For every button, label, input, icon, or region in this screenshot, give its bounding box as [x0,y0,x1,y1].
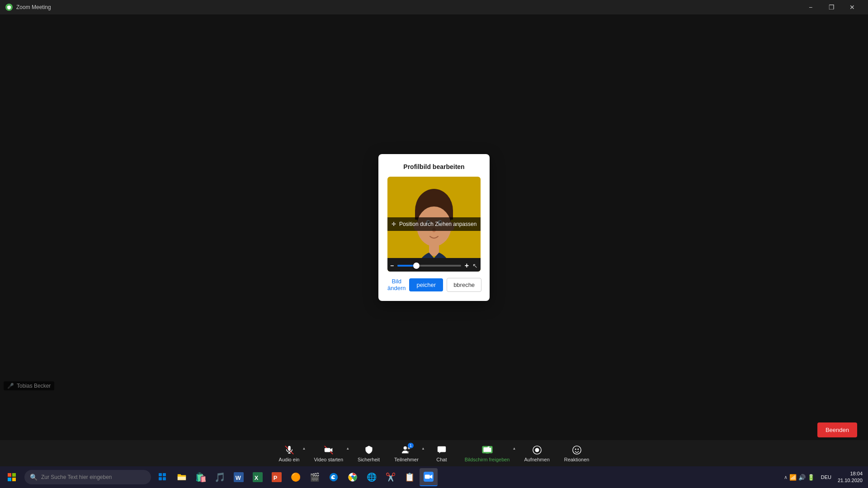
minimize-button[interactable]: − [800,0,821,14]
task-view-button[interactable] [154,468,172,486]
chrome-app[interactable] [344,468,362,486]
change-image-button[interactable]: Bild ändern [387,278,406,291]
close-button[interactable]: ✕ [842,0,863,14]
search-icon: 🔍 [30,474,38,481]
svg-text:W: W [236,474,241,481]
shield-icon [5,4,13,11]
chat-button[interactable]: Chat [426,443,458,464]
record-label: Aufnehmen [524,457,549,462]
svg-point-24 [535,448,539,452]
svg-rect-10 [429,244,439,256]
modal-footer: Bild ändern peicher bbreche [387,278,481,292]
participants-icon: 1 [401,445,412,455]
participants-label: Teilnehmer [394,457,419,462]
tray-expand[interactable]: ∧ [784,474,788,480]
language-indicator: DEU [821,474,831,480]
slider-cursor: ↖ [472,262,478,269]
sticky-app[interactable]: 📋 [401,468,419,486]
end-meeting-button[interactable]: Beenden [817,422,857,437]
security-button[interactable]: Sicherheit [350,443,387,464]
security-icon [363,445,374,455]
video-button[interactable]: Video starten ▲ [307,443,350,464]
svg-point-26 [575,448,576,450]
participants-arrow: ▲ [421,446,425,450]
reactions-button[interactable]: Reaktionen [557,443,597,464]
svg-point-42 [330,473,338,481]
svg-point-27 [577,448,579,450]
slider-plus: + [465,262,469,270]
profile-edit-modal: Profilbild bearbeiten [378,154,490,301]
svg-rect-46 [425,474,430,479]
word-app[interactable]: W [230,468,248,486]
screenshare-button[interactable]: Bildschirm freigeben ▲ [458,443,517,464]
file-explorer-app[interactable] [173,468,191,486]
unknown-app[interactable]: 🟠 [287,468,305,486]
record-icon [532,445,542,455]
svg-point-9 [448,222,454,231]
restore-button[interactable]: ❐ [821,0,842,14]
svg-point-7 [432,228,436,232]
svg-point-6 [439,221,442,225]
windows-taskbar: 🔍 Zur Suche Text hier eingeben 🛍️ 🎵 W [0,466,868,488]
save-button[interactable]: peicher [409,278,443,291]
system-tray: ∧ 📶 🔊 🔋 DEU 18:04 21.10.2020 [784,470,866,484]
screenshare-arrow: ▲ [513,446,516,450]
clock-time: 18:04 [838,470,863,477]
excel-app[interactable]: X [249,468,267,486]
tray-icons: ∧ 📶 🔊 🔋 [784,474,815,481]
svg-point-5 [427,221,430,225]
reactions-label: Reaktionen [564,457,590,462]
battery-icon: 🔋 [807,474,815,481]
modal-overlay: Profilbild bearbeiten [0,14,868,440]
window-title: Zoom Meeting [16,4,51,10]
video-label: Video starten [314,457,343,462]
modal-title: Profilbild bearbeiten [387,163,481,170]
svg-rect-35 [163,477,166,480]
slider-thumb[interactable] [413,263,420,269]
clock-date: 21.10.2020 [838,477,863,484]
participants-button[interactable]: 1 Teilnehmer ▲ [387,443,426,464]
taskbar-search[interactable]: 🔍 Zur Suche Text hier eingeben [24,470,151,484]
slider-track[interactable] [397,265,461,267]
screenshare-label: Bildschirm freigeben [465,457,510,462]
search-placeholder: Zur Suche Text hier eingeben [41,474,112,480]
svg-rect-31 [12,478,16,481]
volume-icon[interactable]: 🔊 [798,474,806,481]
system-clock[interactable]: 18:04 21.10.2020 [838,470,863,484]
svg-rect-19 [438,446,446,452]
svg-point-8 [414,222,420,231]
media-app[interactable]: 🎬 [306,468,324,486]
svg-rect-34 [159,477,162,480]
audio-icon [284,445,295,455]
spotify-app[interactable]: 🎵 [211,468,229,486]
title-bar-left: Zoom Meeting [5,4,51,11]
svg-text:P: P [274,474,278,481]
move-icon: ✛ [392,221,396,227]
profile-image-area[interactable]: ✛ Position durch Ziehen anpassen − + ↖ [387,177,481,272]
edge2-app[interactable]: 🌐 [363,468,381,486]
powerpoint-app[interactable]: P [268,468,286,486]
svg-point-25 [572,446,580,454]
svg-text:X: X [255,474,259,481]
cancel-button[interactable]: bbreche [447,278,481,292]
screenshare-icon [482,445,493,455]
meeting-toolbar: Audio ein ▲ Video starten ▲ Sicherheit [0,440,868,466]
main-content: Profilbild bearbeiten [0,14,868,440]
record-button[interactable]: Aufnehmen [517,443,557,464]
chat-label: Chat [436,457,447,462]
zoom-app[interactable] [420,468,438,486]
start-button[interactable] [2,467,22,487]
snip-app[interactable]: ✂️ [382,468,400,486]
audio-arrow: ▲ [302,446,306,450]
zoom-slider-container: − + ↖ [387,258,481,272]
chat-icon [436,445,447,455]
edge-app[interactable] [325,468,343,486]
security-label: Sicherheit [358,457,380,462]
svg-rect-28 [8,473,11,477]
svg-rect-16 [325,448,330,452]
svg-rect-33 [163,473,166,476]
store-app[interactable]: 🛍️ [192,468,210,486]
audio-button[interactable]: Audio ein ▲ [272,443,307,464]
window-controls: − ❐ ✕ [800,0,863,14]
video-icon [323,445,334,455]
